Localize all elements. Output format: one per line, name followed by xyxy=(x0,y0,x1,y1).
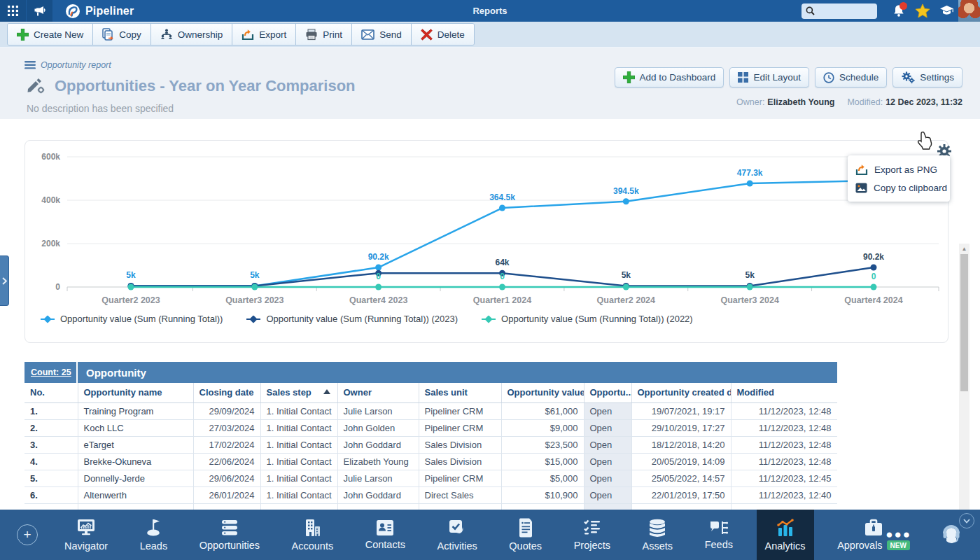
nav-item-accounts[interactable]: Accounts xyxy=(284,510,342,560)
table-cell: 22/06/2024 xyxy=(193,453,260,470)
nav-item-quotes[interactable]: Quotes xyxy=(500,510,550,560)
count-link[interactable]: Count: 25 xyxy=(31,368,71,377)
table-cell: 25/05/2022, 14:57 xyxy=(631,470,731,486)
data-point[interactable] xyxy=(251,284,258,290)
nav-item-projects[interactable]: Projects xyxy=(566,510,619,560)
table-row[interactable]: 2.Koch LLC27/03/20241. Initial ContactJo… xyxy=(24,419,837,436)
column-header-owner[interactable]: Owner xyxy=(337,383,419,402)
nav-item-contacts[interactable]: Contacts xyxy=(357,510,414,560)
nav-item-label: Projects xyxy=(574,540,610,551)
print-button[interactable]: Print xyxy=(296,24,352,45)
column-header-opportunity-name[interactable]: Opportunity name xyxy=(78,383,193,402)
export-button[interactable]: Export xyxy=(232,24,296,45)
search-input[interactable] xyxy=(815,6,871,16)
nav-item-navigator[interactable]: Navigator xyxy=(56,510,116,560)
nav-item-label: Assets xyxy=(643,540,673,552)
table-row[interactable]: 6.Altenwerth26/01/20241. Initial Contact… xyxy=(24,486,837,503)
nav-item-analytics[interactable]: Analytics xyxy=(757,510,814,560)
copy-button[interactable]: Copy xyxy=(93,24,151,45)
owner-label: Owner: xyxy=(736,97,764,107)
column-header-sales-unit[interactable]: Sales unit xyxy=(419,383,501,402)
notifications-button[interactable] xyxy=(887,0,911,22)
settings-button[interactable]: Settings xyxy=(892,67,962,88)
schedule-button[interactable]: Schedule xyxy=(815,67,887,88)
data-point[interactable] xyxy=(623,284,629,290)
table-cell xyxy=(337,503,419,510)
nav-item-activities[interactable]: Activities xyxy=(429,510,486,560)
table-cell: 18/12/2018, 14:20 xyxy=(631,436,731,453)
table-cell: Brekke-Okuneva xyxy=(78,453,193,470)
column-header-sales-step[interactable]: Sales step xyxy=(260,383,337,402)
line-chart[interactable]: 0200k400k600kQuarter2 2023Quarter3 2023Q… xyxy=(25,141,948,312)
chart-context-menu: Export as PNGCopy to clipboard xyxy=(848,155,950,202)
learning-button[interactable] xyxy=(934,0,958,22)
table-cell: 5. xyxy=(24,470,78,486)
menu-item-export-as-png[interactable]: Export as PNG xyxy=(848,160,950,178)
table-row[interactable]: 1.Training Program29/09/20241. Initial C… xyxy=(24,402,837,419)
data-point[interactable] xyxy=(870,284,876,290)
column-header-label: Modified xyxy=(737,387,774,398)
data-point[interactable] xyxy=(870,265,876,271)
data-point[interactable] xyxy=(499,205,505,211)
data-point[interactable] xyxy=(128,284,134,290)
favorites-button[interactable] xyxy=(911,0,934,22)
app-logo[interactable]: Pipeliner xyxy=(65,4,134,19)
nav-item-leads[interactable]: Leads xyxy=(132,510,176,560)
data-point-label: 90.2k xyxy=(863,252,884,262)
data-point[interactable] xyxy=(747,284,753,290)
sort-ascending-icon[interactable] xyxy=(323,389,330,394)
column-header-opportunity-created-da[interactable]: Opportunity created da... xyxy=(631,383,731,402)
column-header-opportu[interactable]: Opportu... xyxy=(584,383,631,402)
legend-item[interactable]: Opportunity value (Sum (Running Total)) … xyxy=(246,314,458,324)
edit-layout-button[interactable]: Edit Layout xyxy=(729,67,809,88)
table-row[interactable]: 5.Donnelly-Jerde29/06/20241. Initial Con… xyxy=(24,470,837,486)
table-row[interactable]: 3.eTarget17/02/20241. Initial ContactJoh… xyxy=(24,436,837,453)
data-point[interactable] xyxy=(623,198,629,204)
column-header-opportunity-value[interactable]: Opportunity value xyxy=(501,383,584,402)
data-point[interactable] xyxy=(499,284,505,290)
data-point[interactable] xyxy=(375,284,382,290)
table-row[interactable]: 4.Brekke-Okuneva22/06/20241. Initial Con… xyxy=(24,453,837,470)
more-menu-button[interactable]: ●●● xyxy=(886,528,911,542)
table-cell: 11/12/2023, 12:48 xyxy=(731,402,837,419)
nav-item-label: Accounts xyxy=(292,540,334,552)
edit-report-icon[interactable] xyxy=(27,78,45,94)
scrollbar-thumb[interactable] xyxy=(960,254,968,391)
data-point[interactable] xyxy=(747,181,753,187)
nav-item-assets[interactable]: Assets xyxy=(634,510,682,560)
table-cell xyxy=(419,503,501,510)
expand-side-panel-button[interactable] xyxy=(0,255,9,306)
nav-item-opportunities[interactable]: Opportunities xyxy=(191,510,268,560)
column-header-modified[interactable]: Modified xyxy=(731,383,837,402)
legend-item[interactable]: Opportunity value (Sum (Running Total)) xyxy=(41,314,223,324)
quick-add-button[interactable]: + xyxy=(17,524,38,545)
announcements-button[interactable] xyxy=(27,0,52,22)
top-bar: Pipeliner Reports xyxy=(0,0,980,22)
search-box[interactable] xyxy=(802,4,877,19)
breadcrumb[interactable]: Opportunity report xyxy=(24,60,111,70)
data-point[interactable] xyxy=(375,265,382,271)
delete-button[interactable]: Delete xyxy=(412,24,474,45)
table-cell: Open xyxy=(584,486,631,503)
table-cell: Training Program xyxy=(78,402,193,419)
table-cell: John Goddard xyxy=(337,486,419,503)
app-grid-button[interactable] xyxy=(0,0,26,22)
table-row-partial xyxy=(24,503,837,510)
column-header-no[interactable]: No. xyxy=(24,383,78,402)
table-cell: 1. Initial Contact xyxy=(260,402,337,419)
collapse-nav-button[interactable] xyxy=(959,513,974,528)
schedule-label: Schedule xyxy=(839,72,878,83)
add-to-dashboard-button[interactable]: Add to Dashboard xyxy=(615,67,724,88)
support-headset-icon[interactable] xyxy=(939,523,963,547)
create-new-button[interactable]: Create New xyxy=(8,24,93,45)
send-button[interactable]: Send xyxy=(352,24,412,45)
ownership-button[interactable]: Ownership xyxy=(151,24,233,45)
column-header-closing-date[interactable]: Closing date xyxy=(193,383,260,402)
table-cell: John Golden xyxy=(337,419,419,436)
scroll-up-arrow-icon[interactable]: ▲ xyxy=(959,244,969,253)
menu-item-copy-to-clipboard[interactable]: Copy to clipboard xyxy=(848,178,950,197)
feeds-icon xyxy=(709,519,729,536)
user-avatar[interactable] xyxy=(958,0,980,22)
nav-item-feeds[interactable]: Feeds xyxy=(696,510,741,560)
legend-item[interactable]: Opportunity value (Sum (Running Total)) … xyxy=(482,314,693,324)
